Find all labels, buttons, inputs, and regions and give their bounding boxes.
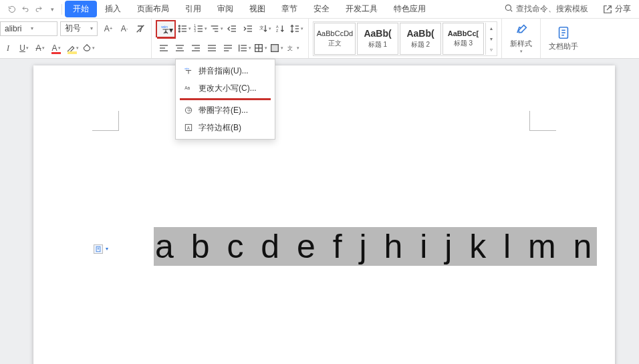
style-normal[interactable]: AaBbCcDd 正文 [314, 23, 356, 55]
svg-rect-51 [271, 45, 278, 52]
tab-safety[interactable]: 安全 [305, 1, 338, 17]
decrease-font-button[interactable]: A- [117, 21, 132, 36]
font-color-button[interactable]: A▾ [49, 41, 63, 55]
tab-layout[interactable]: 页面布局 [129, 1, 177, 17]
underline-button[interactable]: U▾ [17, 41, 31, 55]
shading-para-button[interactable]: ▾ [269, 41, 283, 55]
menu-enclosed-char[interactable]: 字 带圈字符(E)... [176, 102, 275, 119]
decrease-indent-button[interactable] [225, 21, 239, 36]
menu-change-case[interactable]: Aa 更改大小写(C)... [176, 79, 275, 97]
new-style-button[interactable]: A 新样式 ▾ [505, 23, 537, 54]
style-heading2[interactable]: AaBb( 标题 2 [400, 23, 441, 55]
svg-text:字: 字 [187, 108, 191, 112]
annotation-underline [180, 98, 271, 100]
border-button[interactable]: ▾ [253, 41, 267, 55]
menu-char-border[interactable]: A 字符边框(B) [176, 119, 275, 136]
phonetic-dropdown: wén 拼音指南(U)... Aa 更改大小写(C)... 字 带圈字符(E).… [175, 59, 275, 140]
paste-options-caret[interactable]: ▾ [106, 246, 108, 252]
strikethrough-button[interactable]: A▾ [33, 41, 47, 55]
styles-scroll-up[interactable]: ▴ [486, 23, 496, 33]
menu-label: 拼音指南(U)... [199, 65, 249, 77]
paragraph-spacing-button[interactable]: ▾ [237, 41, 251, 55]
svg-text:2: 2 [194, 27, 196, 30]
doc-assist-label: 文档助手 [549, 41, 578, 51]
phonetic-guide-button[interactable]: wén ▾ [156, 20, 176, 37]
doc-assistant-button[interactable]: 文档助手 [543, 25, 584, 51]
refresh-icon[interactable] [7, 5, 17, 14]
redo-icon[interactable] [34, 5, 43, 14]
paste-options-icon[interactable] [94, 244, 103, 254]
align-justify-button[interactable] [205, 41, 219, 55]
tab-special[interactable]: 特色应用 [386, 1, 434, 17]
ribbon: alibri▾ 初号▾ A+ A- I U▾ A▾ A▾ ▾ ▾ wén ▾ ▾ [0, 19, 639, 59]
styles-scroll-down[interactable]: ▾ [486, 33, 496, 44]
multilevel-list-button[interactable]: ▾ [209, 21, 223, 36]
menu-pinyin-guide[interactable]: wén 拼音指南(U)... [176, 62, 275, 79]
svg-point-4 [178, 28, 180, 29]
font-group: alibri▾ 初号▾ A+ A- I U▾ A▾ A▾ ▾ ▾ [0, 19, 152, 58]
font-size-select[interactable]: 初号▾ [60, 21, 98, 36]
sort-button[interactable]: AZ [273, 21, 287, 36]
style-heading1[interactable]: AaBb( 标题 1 [357, 23, 398, 55]
search-placeholder: 查找命令、搜索模板 [516, 3, 588, 15]
svg-point-0 [505, 5, 511, 10]
tab-insert[interactable]: 插入 [97, 1, 129, 17]
tab-dev[interactable]: 开发工具 [338, 1, 386, 17]
increase-indent-button[interactable] [241, 21, 255, 36]
tab-review[interactable]: 审阅 [209, 1, 241, 17]
menu-label: 更改大小写(C)... [199, 83, 257, 94]
style-heading3[interactable]: AaBbCc[ 标题 3 [442, 23, 484, 55]
distribute-button[interactable] [221, 41, 235, 55]
svg-text:3: 3 [194, 29, 196, 33]
more-icon[interactable]: ▾ [47, 5, 57, 14]
style-label: 正文 [328, 39, 342, 48]
svg-text:1: 1 [194, 24, 196, 27]
workspace: ▾ a b c d e f j h i j k l m n [0, 59, 639, 364]
svg-text:wén: wén [184, 67, 188, 70]
styles-group: AaBbCcDd 正文 AaBb( 标题 1 AaBb( 标题 2 AaBbCc… [309, 19, 502, 58]
align-left-button[interactable] [156, 41, 171, 55]
enclosed-icon: 字 [182, 106, 195, 115]
command-search[interactable]: 查找命令、搜索模板 [504, 3, 595, 15]
numbering-button[interactable]: 123▾ [193, 21, 207, 36]
search-icon [504, 3, 513, 15]
selected-text[interactable]: a b c d e f j h i j k l m n [154, 227, 597, 266]
tab-view[interactable]: 视图 [241, 1, 273, 17]
pinyin-icon: wén [182, 66, 195, 75]
styles-expand[interactable]: ▿ [486, 44, 496, 55]
font-family-value: alibri [5, 24, 21, 33]
svg-text:文: 文 [259, 25, 263, 30]
margin-mark-top-right [529, 111, 556, 131]
tabs-button[interactable]: 文▾ [285, 41, 299, 55]
tab-ref[interactable]: 引用 [177, 1, 209, 17]
svg-text:Z: Z [276, 29, 279, 33]
menu-label: 带圈字符(E)... [199, 105, 248, 116]
style-preview: AaBb( [364, 28, 391, 39]
italic-button[interactable]: I [1, 41, 15, 55]
clear-format-button[interactable] [133, 21, 148, 36]
document-page[interactable]: ▾ a b c d e f j h i j k l m n [33, 65, 615, 364]
align-right-button[interactable] [188, 41, 203, 55]
svg-rect-48 [255, 45, 262, 52]
undo-icon[interactable] [21, 5, 30, 14]
style-gallery: AaBbCcDd 正文 AaBb( 标题 1 AaBb( 标题 2 AaBbCc… [313, 21, 497, 56]
tab-chapter[interactable]: 章节 [273, 1, 305, 17]
svg-text:A: A [276, 24, 279, 28]
share-button[interactable]: 分享 [595, 3, 639, 15]
bullets-button[interactable]: ▾ [176, 21, 191, 36]
svg-point-5 [178, 31, 180, 32]
increase-font-button[interactable]: A+ [101, 21, 116, 36]
svg-text:A: A [187, 126, 190, 130]
share-label: 分享 [615, 3, 631, 15]
separator [61, 4, 62, 15]
shading-button[interactable]: ▾ [81, 41, 96, 55]
style-preview: AaBb( [406, 28, 434, 39]
line-spacing-button[interactable]: ▾ [289, 21, 303, 36]
highlight-color-button[interactable]: ▾ [65, 41, 80, 55]
text-direction-button[interactable]: 文▾ [257, 21, 271, 36]
paragraph-group: wén ▾ ▾ 123▾ ▾ 文▾ AZ ▾ ▾ ▾ ▾ 文▾ [152, 19, 309, 58]
tab-start[interactable]: 开始 [65, 1, 97, 17]
font-family-select[interactable]: alibri▾ [0, 21, 57, 36]
align-center-button[interactable] [172, 41, 187, 55]
style-preview: AaBbCc[ [448, 29, 479, 37]
